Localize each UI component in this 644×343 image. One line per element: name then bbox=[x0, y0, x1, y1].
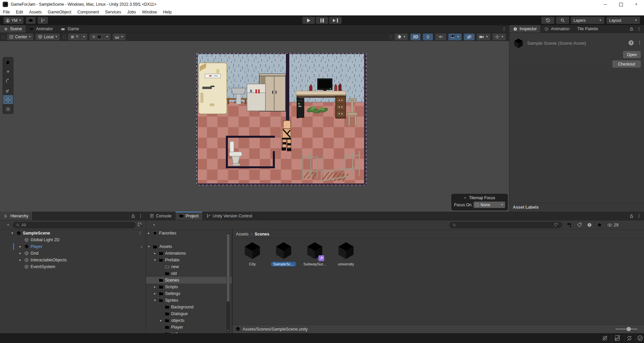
layout-dropdown[interactable]: Layout▼ bbox=[606, 17, 640, 24]
tab-project[interactable]: Project bbox=[176, 212, 203, 220]
kebab-menu-icon[interactable] bbox=[138, 214, 143, 218]
foldout-open-icon[interactable]: ▾ bbox=[153, 258, 157, 262]
drag-handle[interactable] bbox=[63, 35, 65, 39]
hierarchy-row-interactableobjects[interactable]: ▸ InteractableObjects bbox=[0, 257, 146, 263]
close-button[interactable]: × bbox=[629, 0, 644, 9]
lock-icon[interactable] bbox=[131, 214, 136, 218]
tab-animation[interactable]: Animation bbox=[541, 25, 574, 33]
move-tool[interactable] bbox=[3, 67, 13, 76]
tab-unity-version-control[interactable]: Unity Version Control bbox=[203, 212, 256, 220]
tree-row-new[interactable]: ▸ new bbox=[146, 263, 232, 270]
menu-assets[interactable]: Assets bbox=[26, 9, 45, 15]
kebab-menu-icon[interactable] bbox=[637, 40, 642, 45]
tree-row-suit[interactable]: ▾ suit bbox=[146, 331, 232, 333]
tree-row-old[interactable]: ▸ old bbox=[146, 270, 232, 277]
breadcrumb-root[interactable]: Assets bbox=[236, 232, 249, 237]
scene-lighting-toggle[interactable] bbox=[423, 34, 433, 40]
create-asset-button[interactable]: ▾ bbox=[146, 223, 157, 227]
foldout-open-icon[interactable]: ▾ bbox=[10, 231, 14, 235]
lock-icon[interactable] bbox=[629, 27, 634, 31]
hierarchy-row-player[interactable]: ▸ Player › bbox=[0, 243, 146, 250]
menu-window[interactable]: Window bbox=[139, 9, 160, 15]
scale-tool[interactable] bbox=[3, 86, 13, 95]
tree-row-animations[interactable]: ▸ Animations bbox=[146, 250, 232, 257]
create-object-button[interactable]: ▾ bbox=[0, 223, 11, 227]
focus-on-dropdown[interactable]: None ▼ bbox=[474, 202, 505, 208]
scene-picker-icon[interactable] bbox=[138, 222, 143, 228]
maximize-button[interactable] bbox=[613, 0, 629, 9]
foldout-open-icon[interactable]: ▾ bbox=[153, 299, 157, 302]
foldout-closed-icon[interactable]: ▸ bbox=[153, 285, 157, 289]
tree-scrollbar[interactable]: ▲ ▼ bbox=[227, 230, 230, 333]
handle-space-dropdown[interactable]: Local▼ bbox=[36, 34, 60, 40]
kebab-menu-icon[interactable] bbox=[138, 231, 142, 235]
menu-edit[interactable]: Edit bbox=[13, 9, 26, 15]
foldout-closed-icon[interactable]: ▸ bbox=[18, 252, 22, 255]
lock-icon[interactable] bbox=[629, 214, 634, 218]
scroll-down-icon[interactable]: ▼ bbox=[227, 330, 229, 332]
foldout-closed-icon[interactable]: ▸ bbox=[18, 258, 22, 262]
tab-game[interactable]: Game bbox=[57, 25, 83, 33]
menu-gameobject[interactable]: GameObject bbox=[45, 9, 74, 15]
asset-item-subwaysurfer[interactable]: ↗ SubwaySur... bbox=[300, 241, 330, 266]
scene-viewport[interactable]: = Tilemap Focus Focus On None ▼ bbox=[0, 41, 509, 212]
account-button[interactable]: YM ▼ bbox=[3, 17, 23, 24]
hierarchy-row-eventsystem[interactable]: ▸ EventSystem bbox=[0, 263, 146, 270]
pause-button[interactable] bbox=[316, 17, 328, 24]
breadcrumb-current[interactable]: Scenes bbox=[255, 232, 269, 237]
hierarchy-row-global-light[interactable]: ▸ Global Light 2D bbox=[0, 237, 146, 243]
transform-tool[interactable] bbox=[3, 104, 13, 114]
foldout-closed-icon[interactable]: ▸ bbox=[18, 245, 22, 248]
asset-item-samplescene[interactable]: SampleSc... bbox=[268, 241, 299, 266]
search-button[interactable] bbox=[556, 17, 569, 24]
search-by-type-icon[interactable] bbox=[567, 222, 572, 227]
activity-ok-icon[interactable] bbox=[637, 335, 643, 341]
tab-scene[interactable]: Scene bbox=[0, 25, 26, 33]
search-picker-icon[interactable] bbox=[554, 223, 559, 227]
overlay-drag-handle-icon[interactable]: = bbox=[464, 196, 466, 200]
alert-icon[interactable] bbox=[587, 222, 592, 227]
menu-services[interactable]: Services bbox=[102, 9, 124, 15]
drag-handle[interactable] bbox=[2, 35, 4, 39]
tree-row-dialogue[interactable]: ▸ Dialogue bbox=[146, 310, 232, 317]
tree-splitter[interactable] bbox=[232, 230, 233, 333]
tree-row-objects[interactable]: ▸ objects bbox=[146, 317, 232, 324]
kebab-menu-icon[interactable] bbox=[502, 27, 506, 31]
audio-mute-toggle[interactable] bbox=[435, 34, 446, 40]
menu-help[interactable]: Help bbox=[160, 9, 175, 15]
tab-animator[interactable]: Animator bbox=[26, 25, 57, 33]
tree-row-prefabs[interactable]: ▾ Prefabs bbox=[146, 257, 232, 263]
tree-row-scripts[interactable]: ▸ Scripts bbox=[146, 284, 232, 290]
search-by-label-icon[interactable] bbox=[577, 222, 582, 227]
tree-row-assets[interactable]: ▾ Assets bbox=[146, 243, 232, 250]
tree-row-background[interactable]: ▸ Background bbox=[146, 304, 232, 310]
scene-viewport-art[interactable] bbox=[196, 53, 366, 185]
tree-row-player[interactable]: ▸ Player bbox=[146, 324, 232, 331]
foldout-closed-icon[interactable]: ▸ bbox=[147, 231, 151, 235]
undo-history-button[interactable] bbox=[541, 17, 554, 24]
prefab-open-chevron[interactable]: › bbox=[141, 244, 142, 249]
favorites-star-icon[interactable] bbox=[597, 222, 602, 227]
tree-row-settings[interactable]: ▸ Settings bbox=[146, 290, 232, 297]
hierarchy-row-samplescene[interactable]: ▾ SampleScene bbox=[0, 230, 146, 237]
tab-tile-palette[interactable]: Tile Palette bbox=[574, 25, 602, 33]
open-button[interactable]: Open bbox=[623, 51, 641, 58]
tree-row-favorites[interactable]: ▸ Favorites bbox=[146, 230, 232, 237]
menu-jobs[interactable]: Jobs bbox=[124, 9, 139, 15]
checkout-button[interactable]: Checkout bbox=[612, 60, 641, 68]
2d-mode-toggle[interactable]: 2D bbox=[410, 34, 420, 40]
step-button[interactable] bbox=[329, 17, 342, 24]
debugger-detached-icon[interactable] bbox=[602, 335, 608, 341]
slider-knob[interactable] bbox=[627, 327, 631, 331]
layers-dropdown[interactable]: Layers▼ bbox=[571, 17, 604, 24]
menu-file[interactable]: File bbox=[0, 9, 13, 15]
scroll-up-icon[interactable]: ▲ bbox=[227, 230, 229, 233]
foldout-closed-icon[interactable]: ▸ bbox=[159, 319, 163, 322]
thumbnail-zoom-slider[interactable] bbox=[615, 329, 638, 330]
kebab-menu-icon[interactable] bbox=[637, 27, 641, 31]
snap-increment-dropdown[interactable]: ▼ bbox=[113, 34, 126, 40]
tab-hierarchy[interactable]: Hierarchy bbox=[0, 212, 33, 220]
minimize-button[interactable] bbox=[598, 0, 613, 9]
tab-console[interactable]: Console bbox=[146, 212, 176, 220]
hierarchy-search-input[interactable]: All bbox=[13, 222, 136, 228]
